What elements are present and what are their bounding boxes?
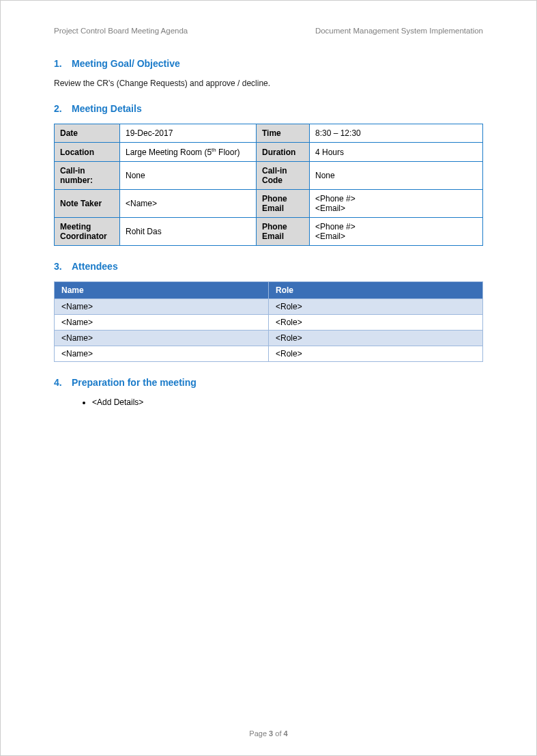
details-callin-label: Call-in number: <box>55 162 120 190</box>
details-notetaker-label: Note Taker <box>55 190 120 218</box>
section-4-heading: 4. Preparation for the meeting <box>54 377 483 388</box>
attendee-role: <Role> <box>269 346 483 362</box>
section-1-heading: 1. Meeting Goal/ Objective <box>54 58 483 69</box>
details-coordinator-value: Rohit Das <box>120 218 257 246</box>
details-phoneemail2-value: <Phone #> <Email> <box>310 218 483 246</box>
section-3-title: Attendees <box>72 261 118 272</box>
section-1-body: Review the CR's (Change Requests) and ap… <box>54 79 483 88</box>
page-footer: Page 3 of 4 <box>1 729 536 738</box>
header-right: Document Management System Implementatio… <box>315 27 483 35</box>
footer-pre: Page <box>249 729 269 738</box>
attendees-header-name: Name <box>55 282 269 299</box>
section-4-title: Preparation for the meeting <box>72 377 197 388</box>
details-phoneemail1-label: Phone Email <box>257 190 310 218</box>
section-2-heading: 2. Meeting Details <box>54 103 483 114</box>
attendee-name: <Name> <box>55 331 269 346</box>
attendees-table: Name Role <Name> <Role> <Name> <Role> <N… <box>54 281 483 362</box>
preparation-item: <Add Details> <box>92 397 483 407</box>
footer-total-pages: 4 <box>284 729 288 738</box>
section-3-number: 3. <box>54 261 65 272</box>
attendee-role: <Role> <box>269 315 483 331</box>
meeting-details-table: Date 19-Dec-2017 Time 8:30 – 12:30 Locat… <box>54 124 483 246</box>
table-row: <Name> <Role> <box>55 346 483 362</box>
details-location-value: Large Meeting Room (5th Floor) <box>120 143 257 162</box>
details-phoneemail1-value: <Phone #> <Email> <box>310 190 483 218</box>
attendee-name: <Name> <box>55 315 269 331</box>
details-callcode-label: Call-in Code <box>257 162 310 190</box>
header-left: Project Control Board Meeting Agenda <box>54 27 188 35</box>
attendee-name: <Name> <box>55 346 269 362</box>
attendee-name: <Name> <box>55 299 269 315</box>
table-row: <Name> <Role> <box>55 331 483 346</box>
page-header: Project Control Board Meeting Agenda Doc… <box>54 27 483 35</box>
details-duration-label: Duration <box>257 143 310 162</box>
details-callcode-value: None <box>310 162 483 190</box>
details-coordinator-label: Meeting Coordinator <box>55 218 120 246</box>
details-duration-value: 4 Hours <box>310 143 483 162</box>
details-callin-value: None <box>120 162 257 190</box>
details-date-label: Date <box>55 124 120 143</box>
details-time-value: 8:30 – 12:30 <box>310 124 483 143</box>
attendees-header-role: Role <box>269 282 483 299</box>
details-time-label: Time <box>257 124 310 143</box>
details-location-label: Location <box>55 143 120 162</box>
section-2-title: Meeting Details <box>72 103 142 114</box>
section-4-number: 4. <box>54 377 65 388</box>
details-phoneemail2-label: Phone Email <box>257 218 310 246</box>
table-row: <Name> <Role> <box>55 315 483 331</box>
section-1-number: 1. <box>54 58 65 69</box>
section-3-heading: 3. Attendees <box>54 261 483 272</box>
section-2-number: 2. <box>54 103 65 114</box>
details-notetaker-value: <Name> <box>120 190 257 218</box>
section-1-title: Meeting Goal/ Objective <box>72 58 180 69</box>
preparation-list: <Add Details> <box>92 397 483 407</box>
footer-mid: of <box>273 729 283 738</box>
details-date-value: 19-Dec-2017 <box>120 124 257 143</box>
attendee-role: <Role> <box>269 331 483 346</box>
table-row: <Name> <Role> <box>55 299 483 315</box>
attendee-role: <Role> <box>269 299 483 315</box>
